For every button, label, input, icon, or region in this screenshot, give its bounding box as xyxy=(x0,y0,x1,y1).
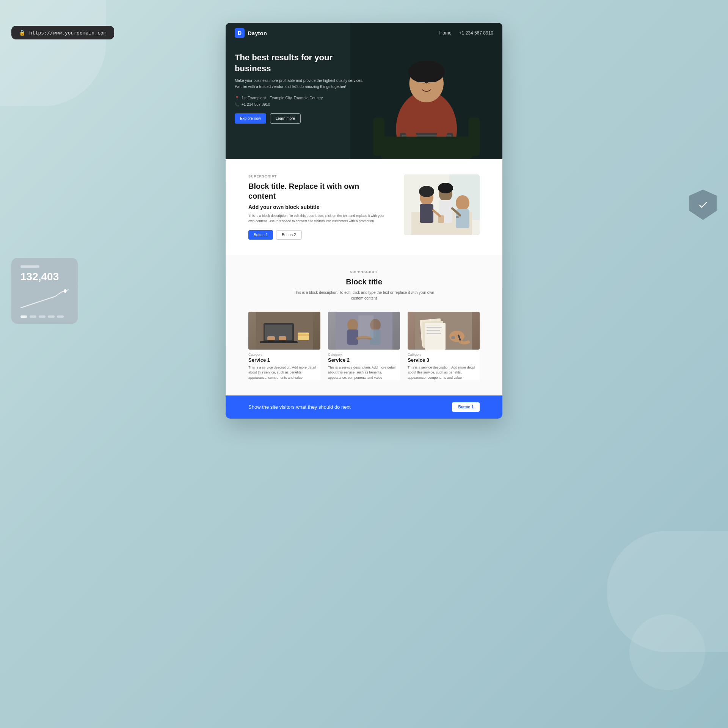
learn-more-button[interactable]: Learn more xyxy=(270,113,301,124)
svg-point-24 xyxy=(456,195,469,210)
stat-dot-2 xyxy=(30,315,36,318)
svg-rect-33 xyxy=(279,336,286,340)
service-card-3: Category Service 3 This is a service des… xyxy=(408,312,480,381)
service2-title: Service 2 xyxy=(328,357,400,363)
pin-icon: 📍 xyxy=(235,96,239,100)
service-card-2: Category Service 2 This is a service des… xyxy=(328,312,400,381)
block2-header: SUPERSCRIPT Block title This is a block … xyxy=(248,270,480,301)
block2-description: This is a block description. To edit, cl… xyxy=(288,290,440,301)
hero-title: The best results for your business xyxy=(235,52,369,74)
service3-title: Service 3 xyxy=(408,357,480,363)
block1-title: Block title. Replace it with own content xyxy=(248,181,389,201)
explore-now-button[interactable]: Explore now xyxy=(235,113,266,124)
service3-description: This is a service description. Add more … xyxy=(408,365,480,381)
svg-point-49 xyxy=(449,331,464,342)
cta-button[interactable]: Button 1 xyxy=(452,402,480,412)
block1-button2[interactable]: Button 2 xyxy=(276,230,301,240)
svg-point-0 xyxy=(64,289,66,293)
stat-dot-5 xyxy=(57,315,64,318)
svg-point-37 xyxy=(347,319,358,331)
service-image-3 xyxy=(408,312,480,350)
logo-icon: D xyxy=(235,28,245,38)
stat-chart xyxy=(20,287,69,310)
shield-icon xyxy=(689,190,717,220)
block1-description: This is a block description. To edit thi… xyxy=(248,213,389,224)
url-text: https://www.yourdomain.com xyxy=(29,30,107,36)
hero-logo: D Dayton xyxy=(235,28,267,38)
svg-rect-47 xyxy=(427,330,440,331)
block2-title: Block title xyxy=(248,277,480,287)
service2-description: This is a service description. Add more … xyxy=(328,365,400,381)
stat-number: 132,403 xyxy=(20,271,69,283)
block1-button1[interactable]: Button 1 xyxy=(248,230,273,240)
hero-buttons: Explore now Learn more xyxy=(235,113,369,124)
browser-address-bar: 🔒 https://www.yourdomain.com xyxy=(11,26,114,39)
hero-phone-info: 📞 +1 234 567 8910 xyxy=(235,102,369,107)
stat-bar xyxy=(20,265,39,268)
hero-content: The best results for your business Make … xyxy=(226,43,378,137)
service3-category: Category xyxy=(408,353,480,356)
block-section-1: SUPERSCRIPT Block title. Replace it with… xyxy=(226,159,502,255)
hero-nav: D Dayton Home +1 234 567 8910 xyxy=(226,23,502,43)
svg-rect-51 xyxy=(451,336,455,339)
block1-buttons: Button 1 Button 2 xyxy=(248,230,389,240)
block2-superscript: SUPERSCRIPT xyxy=(248,270,480,274)
hero-nav-links: Home +1 234 567 8910 xyxy=(439,30,493,36)
phone-icon: 📞 xyxy=(235,102,239,107)
cta-banner: Show the site visitors what they should … xyxy=(226,395,502,419)
service-image-1 xyxy=(248,312,320,350)
hero-subtitle: Make your business more profitable and p… xyxy=(235,78,369,90)
stat-dot-1 xyxy=(20,315,27,318)
svg-rect-26 xyxy=(456,216,459,218)
block1-superscript: SUPERSCRIPT xyxy=(248,174,389,178)
svg-rect-38 xyxy=(347,329,358,345)
nav-phone: +1 234 567 8910 xyxy=(459,30,493,36)
stat-dots xyxy=(20,315,69,318)
svg-point-20 xyxy=(419,186,434,197)
service1-description: This is a service description. Add more … xyxy=(248,365,320,381)
stat-dot-3 xyxy=(39,315,46,318)
service1-title: Service 1 xyxy=(248,357,320,363)
lock-icon: 🔒 xyxy=(19,30,25,36)
svg-rect-19 xyxy=(420,204,433,223)
browser-window: D Dayton Home +1 234 567 8910 The best r… xyxy=(226,23,502,419)
service-image-2 xyxy=(328,312,400,350)
service2-category: Category xyxy=(328,353,400,356)
block1-image xyxy=(404,174,480,235)
block-section-1-inner: SUPERSCRIPT Block title. Replace it with… xyxy=(248,174,480,240)
svg-rect-41 xyxy=(358,315,373,338)
brand-name: Dayton xyxy=(248,30,267,36)
service-card-1: Category Service 1 This is a service des… xyxy=(248,312,320,381)
svg-rect-46 xyxy=(427,327,442,328)
svg-rect-34 xyxy=(298,333,309,340)
services-grid: Category Service 1 This is a service des… xyxy=(248,312,480,381)
hero-section: D Dayton Home +1 234 567 8910 The best r… xyxy=(226,23,502,159)
svg-rect-32 xyxy=(267,336,275,340)
svg-point-23 xyxy=(438,183,453,193)
block1-subtitle: Add your own block subtitle xyxy=(248,204,389,210)
cta-text: Show the site visitors what they should … xyxy=(248,404,351,410)
block1-content: SUPERSCRIPT Block title. Replace it with… xyxy=(248,174,389,240)
bg-shape-top-left xyxy=(0,0,106,106)
hero-address: 📍 1st Example st., Example City, Example… xyxy=(235,96,369,100)
svg-rect-31 xyxy=(260,341,298,343)
bg-circle-decoration xyxy=(629,614,705,690)
svg-rect-14 xyxy=(468,118,480,155)
svg-rect-35 xyxy=(298,334,309,336)
security-badge xyxy=(689,190,717,220)
stat-widget: 132,403 xyxy=(11,258,78,324)
block-section-2: SUPERSCRIPT Block title This is a block … xyxy=(226,255,502,396)
service1-category: Category xyxy=(248,353,320,356)
stat-dot-4 xyxy=(48,315,55,318)
nav-home-link[interactable]: Home xyxy=(439,30,452,36)
bg-shape-bottom-right xyxy=(607,531,728,652)
svg-rect-48 xyxy=(427,333,441,334)
svg-rect-12 xyxy=(381,136,472,159)
svg-point-5 xyxy=(408,61,444,83)
